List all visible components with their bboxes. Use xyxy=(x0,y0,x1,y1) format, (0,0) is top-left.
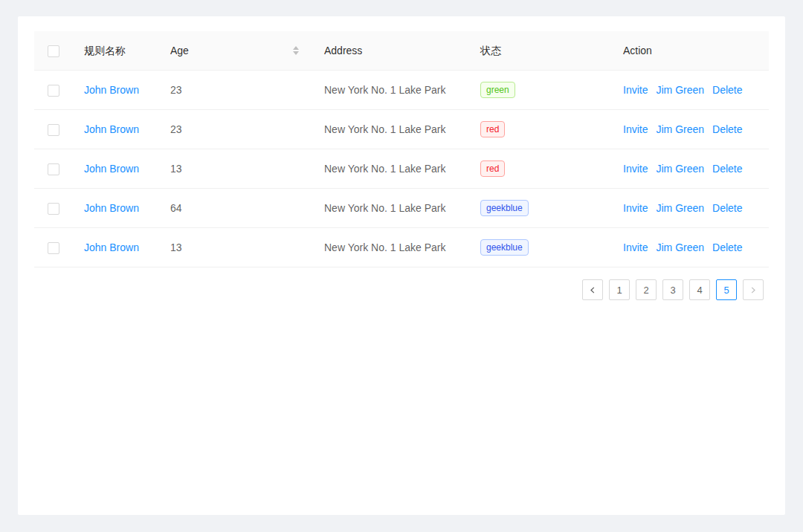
action-link-invite[interactable]: Invite xyxy=(623,84,648,96)
action-cell: InviteJim GreenDelete xyxy=(611,110,769,149)
caret-up-icon xyxy=(293,46,299,50)
action-link-jim-green[interactable]: Jim Green xyxy=(656,123,704,135)
column-header-action: Action xyxy=(611,31,769,71)
rule-name-cell: John Brown xyxy=(72,189,158,228)
rule-name-cell: John Brown xyxy=(72,110,158,149)
table-row: John Brown 13 New York No. 1 Lake Park g… xyxy=(34,228,769,267)
table-row: John Brown 13 New York No. 1 Lake Park r… xyxy=(34,149,769,189)
status-tag: geekblue xyxy=(480,200,529,216)
age-cell: 13 xyxy=(158,149,312,189)
action-link-delete[interactable]: Delete xyxy=(712,84,742,96)
chevron-right-icon xyxy=(749,286,757,294)
rule-name-link[interactable]: John Brown xyxy=(84,241,139,253)
row-checkbox[interactable] xyxy=(48,203,59,215)
address-cell: New York No. 1 Lake Park xyxy=(312,228,468,267)
data-table: 规则名称 Age Address xyxy=(34,31,769,267)
row-cell-select xyxy=(34,189,72,228)
address-cell: New York No. 1 Lake Park xyxy=(312,110,468,149)
pagination-next-button[interactable] xyxy=(743,279,764,300)
action-link-invite[interactable]: Invite xyxy=(623,163,648,175)
action-link-jim-green[interactable]: Jim Green xyxy=(656,202,704,214)
status-cell: green xyxy=(468,71,611,110)
column-header-rule-name-label: 规则名称 xyxy=(84,45,126,56)
row-cell-select xyxy=(34,228,72,267)
pagination-page-2[interactable]: 2 xyxy=(636,279,657,300)
row-checkbox[interactable] xyxy=(48,85,59,97)
row-cell-select xyxy=(34,110,72,149)
status-tag: red xyxy=(480,160,505,177)
status-cell: red xyxy=(468,149,611,189)
status-tag: green xyxy=(480,82,515,98)
column-header-age-label: Age xyxy=(170,43,189,58)
chevron-left-icon xyxy=(589,286,596,294)
action-link-delete[interactable]: Delete xyxy=(712,123,742,135)
age-cell: 23 xyxy=(158,110,312,149)
column-header-status: 状态 xyxy=(468,31,611,71)
action-link-delete[interactable]: Delete xyxy=(712,241,742,253)
age-cell: 13 xyxy=(158,228,312,267)
page-background: 规则名称 Age Address xyxy=(0,0,803,532)
rule-name-link[interactable]: John Brown xyxy=(84,202,139,214)
action-link-jim-green[interactable]: Jim Green xyxy=(656,241,704,253)
address-cell: New York No. 1 Lake Park xyxy=(312,149,468,189)
row-cell-select xyxy=(34,149,72,189)
pagination: 12345 xyxy=(34,279,764,300)
status-cell: geekblue xyxy=(468,228,611,267)
rule-name-cell: John Brown xyxy=(72,149,158,189)
status-cell: red xyxy=(468,110,611,149)
status-tag: red xyxy=(480,121,505,137)
column-header-status-label: 状态 xyxy=(480,45,501,56)
caret-down-icon xyxy=(293,51,299,55)
table-row: John Brown 64 New York No. 1 Lake Park g… xyxy=(34,189,769,228)
rule-name-cell: John Brown xyxy=(72,71,158,110)
content-card: 规则名称 Age Address xyxy=(18,16,785,515)
action-cell: InviteJim GreenDelete xyxy=(611,71,769,110)
row-checkbox[interactable] xyxy=(48,242,59,254)
table-row: John Brown 23 New York No. 1 Lake Park g… xyxy=(34,71,769,110)
address-cell: New York No. 1 Lake Park xyxy=(312,71,468,110)
column-header-address: Address xyxy=(312,31,468,71)
action-link-invite[interactable]: Invite xyxy=(623,202,648,214)
action-cell: InviteJim GreenDelete xyxy=(611,149,769,189)
column-header-address-label: Address xyxy=(324,45,362,56)
action-link-invite[interactable]: Invite xyxy=(623,123,648,135)
rule-name-link[interactable]: John Brown xyxy=(84,123,139,135)
address-cell: New York No. 1 Lake Park xyxy=(312,189,468,228)
pagination-page-5[interactable]: 5 xyxy=(716,279,737,300)
status-cell: geekblue xyxy=(468,189,611,228)
select-all-checkbox[interactable] xyxy=(48,45,59,57)
action-link-jim-green[interactable]: Jim Green xyxy=(656,163,704,175)
table-row: John Brown 23 New York No. 1 Lake Park r… xyxy=(34,110,769,149)
action-link-delete[interactable]: Delete xyxy=(712,163,742,175)
column-header-rule-name: 规则名称 xyxy=(72,31,158,71)
rule-name-cell: John Brown xyxy=(72,228,158,267)
status-tag: geekblue xyxy=(480,239,529,256)
action-link-invite[interactable]: Invite xyxy=(623,241,648,253)
column-header-age[interactable]: Age xyxy=(158,31,312,71)
pagination-prev-button[interactable] xyxy=(582,279,603,300)
age-cell: 64 xyxy=(158,189,312,228)
row-cell-select xyxy=(34,71,72,110)
column-header-action-label: Action xyxy=(623,45,652,56)
age-cell: 23 xyxy=(158,71,312,110)
rule-name-link[interactable]: John Brown xyxy=(84,84,139,96)
pagination-page-4[interactable]: 4 xyxy=(689,279,710,300)
caret-up-down-icon[interactable] xyxy=(293,46,299,55)
pagination-page-3[interactable]: 3 xyxy=(662,279,683,300)
action-link-delete[interactable]: Delete xyxy=(712,202,742,214)
pagination-page-1[interactable]: 1 xyxy=(609,279,630,300)
table-header-row: 规则名称 Age Address xyxy=(34,31,769,71)
action-cell: InviteJim GreenDelete xyxy=(611,189,769,228)
action-link-jim-green[interactable]: Jim Green xyxy=(656,84,704,96)
rule-name-link[interactable]: John Brown xyxy=(84,163,139,175)
row-checkbox[interactable] xyxy=(48,163,59,175)
row-checkbox[interactable] xyxy=(48,124,59,136)
header-cell-select xyxy=(34,31,72,71)
action-cell: InviteJim GreenDelete xyxy=(611,228,769,267)
